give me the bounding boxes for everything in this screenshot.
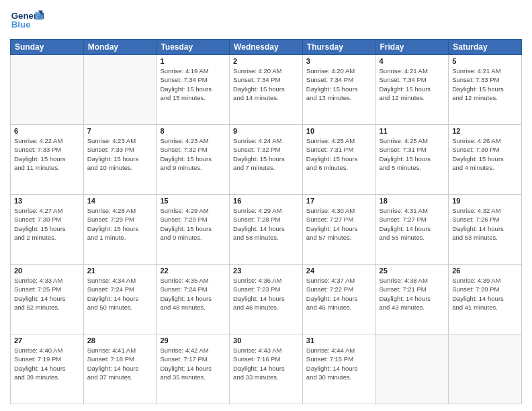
day-info: Sunrise: 4:38 AM Sunset: 7:21 PM Dayligh…: [380, 276, 445, 312]
day-cell: 5Sunrise: 4:21 AM Sunset: 7:33 PM Daylig…: [449, 55, 522, 125]
day-number: 10: [306, 127, 372, 135]
day-cell: 10Sunrise: 4:25 AM Sunset: 7:31 PM Dayli…: [302, 125, 375, 195]
logo-icon: General Blue: [10, 7, 44, 34]
day-cell: 27Sunrise: 4:40 AM Sunset: 7:19 PM Dayli…: [11, 334, 84, 404]
day-cell: 18Sunrise: 4:31 AM Sunset: 7:27 PM Dayli…: [375, 195, 449, 265]
day-number: 9: [233, 127, 299, 135]
day-info: Sunrise: 4:43 AM Sunset: 7:16 PM Dayligh…: [233, 346, 299, 381]
day-info: Sunrise: 4:34 AM Sunset: 7:24 PM Dayligh…: [87, 276, 153, 312]
day-cell: 11Sunrise: 4:25 AM Sunset: 7:31 PM Dayli…: [375, 125, 449, 195]
weekday-header-row: SundayMondayTuesdayWednesdayThursdayFrid…: [11, 40, 522, 55]
day-number: 12: [452, 127, 518, 135]
day-info: Sunrise: 4:30 AM Sunset: 7:27 PM Dayligh…: [306, 206, 372, 242]
day-cell: 4Sunrise: 4:21 AM Sunset: 7:34 PM Daylig…: [375, 55, 449, 125]
day-info: Sunrise: 4:35 AM Sunset: 7:24 PM Dayligh…: [160, 276, 226, 312]
page: General Blue SundayMondayTuesdayWednesda…: [0, 0, 532, 411]
day-cell: 31Sunrise: 4:44 AM Sunset: 7:15 PM Dayli…: [302, 334, 375, 404]
day-number: 7: [87, 127, 153, 135]
weekday-header-wednesday: Wednesday: [230, 40, 303, 55]
day-info: Sunrise: 4:32 AM Sunset: 7:26 PM Dayligh…: [452, 206, 518, 242]
day-cell: 19Sunrise: 4:32 AM Sunset: 7:26 PM Dayli…: [449, 195, 522, 265]
day-info: Sunrise: 4:36 AM Sunset: 7:23 PM Dayligh…: [233, 276, 299, 312]
weekday-header-monday: Monday: [83, 40, 157, 55]
day-number: 27: [14, 336, 80, 345]
day-info: Sunrise: 4:24 AM Sunset: 7:32 PM Dayligh…: [233, 136, 299, 172]
day-info: Sunrise: 4:22 AM Sunset: 7:33 PM Dayligh…: [14, 136, 80, 172]
day-number: 24: [306, 267, 372, 275]
week-row-1: 1Sunrise: 4:19 AM Sunset: 7:34 PM Daylig…: [11, 55, 522, 125]
day-cell: 30Sunrise: 4:43 AM Sunset: 7:16 PM Dayli…: [230, 334, 303, 404]
day-cell: 6Sunrise: 4:22 AM Sunset: 7:33 PM Daylig…: [11, 125, 84, 195]
day-cell: 3Sunrise: 4:20 AM Sunset: 7:34 PM Daylig…: [302, 55, 375, 125]
weekday-header-thursday: Thursday: [302, 40, 375, 55]
day-number: 22: [160, 267, 226, 275]
day-number: 8: [160, 127, 226, 135]
day-number: 31: [306, 336, 372, 345]
day-cell: 29Sunrise: 4:42 AM Sunset: 7:17 PM Dayli…: [157, 334, 230, 404]
day-cell: 20Sunrise: 4:33 AM Sunset: 7:25 PM Dayli…: [11, 265, 84, 334]
day-info: Sunrise: 4:39 AM Sunset: 7:20 PM Dayligh…: [452, 276, 518, 312]
day-number: 28: [87, 336, 153, 345]
day-number: 4: [380, 57, 445, 65]
day-number: 21: [87, 267, 153, 275]
day-info: Sunrise: 4:29 AM Sunset: 7:29 PM Dayligh…: [160, 206, 226, 242]
day-number: 6: [14, 127, 80, 135]
day-number: 15: [160, 197, 226, 205]
day-info: Sunrise: 4:23 AM Sunset: 7:33 PM Dayligh…: [87, 136, 153, 172]
weekday-header-friday: Friday: [375, 40, 449, 55]
day-cell: 22Sunrise: 4:35 AM Sunset: 7:24 PM Dayli…: [157, 265, 230, 334]
day-cell: [11, 55, 84, 125]
day-cell: 13Sunrise: 4:27 AM Sunset: 7:30 PM Dayli…: [11, 195, 84, 265]
day-number: 26: [452, 267, 518, 275]
day-cell: 9Sunrise: 4:24 AM Sunset: 7:32 PM Daylig…: [230, 125, 303, 195]
day-cell: 24Sunrise: 4:37 AM Sunset: 7:22 PM Dayli…: [302, 265, 375, 334]
day-number: 14: [87, 197, 153, 205]
day-cell: 2Sunrise: 4:20 AM Sunset: 7:34 PM Daylig…: [230, 55, 303, 125]
day-info: Sunrise: 4:21 AM Sunset: 7:34 PM Dayligh…: [380, 66, 445, 102]
day-cell: [83, 55, 157, 125]
day-info: Sunrise: 4:44 AM Sunset: 7:15 PM Dayligh…: [306, 346, 372, 381]
day-number: 2: [233, 57, 299, 65]
day-cell: 16Sunrise: 4:29 AM Sunset: 7:28 PM Dayli…: [230, 195, 303, 265]
day-number: 5: [452, 57, 518, 65]
weekday-header-sunday: Sunday: [11, 40, 84, 55]
day-cell: 17Sunrise: 4:30 AM Sunset: 7:27 PM Dayli…: [302, 195, 375, 265]
day-info: Sunrise: 4:26 AM Sunset: 7:30 PM Dayligh…: [452, 136, 518, 172]
week-row-2: 6Sunrise: 4:22 AM Sunset: 7:33 PM Daylig…: [11, 125, 522, 195]
day-number: 11: [380, 127, 445, 135]
day-number: 20: [14, 267, 80, 275]
day-number: 16: [233, 197, 299, 205]
day-cell: 28Sunrise: 4:41 AM Sunset: 7:18 PM Dayli…: [83, 334, 157, 404]
week-row-5: 27Sunrise: 4:40 AM Sunset: 7:19 PM Dayli…: [11, 334, 522, 404]
day-cell: 1Sunrise: 4:19 AM Sunset: 7:34 PM Daylig…: [157, 55, 230, 125]
day-info: Sunrise: 4:20 AM Sunset: 7:34 PM Dayligh…: [233, 66, 299, 102]
svg-text:Blue: Blue: [11, 19, 31, 30]
logo: General Blue: [10, 7, 44, 34]
day-cell: [449, 334, 522, 404]
day-number: 29: [160, 336, 226, 345]
day-info: Sunrise: 4:28 AM Sunset: 7:29 PM Dayligh…: [87, 206, 153, 242]
week-row-3: 13Sunrise: 4:27 AM Sunset: 7:30 PM Dayli…: [11, 195, 522, 265]
day-info: Sunrise: 4:25 AM Sunset: 7:31 PM Dayligh…: [306, 136, 372, 172]
day-number: 30: [233, 336, 299, 345]
day-cell: 14Sunrise: 4:28 AM Sunset: 7:29 PM Dayli…: [83, 195, 157, 265]
day-info: Sunrise: 4:19 AM Sunset: 7:34 PM Dayligh…: [160, 66, 226, 102]
day-info: Sunrise: 4:23 AM Sunset: 7:32 PM Dayligh…: [160, 136, 226, 172]
day-info: Sunrise: 4:21 AM Sunset: 7:33 PM Dayligh…: [452, 66, 518, 102]
day-info: Sunrise: 4:42 AM Sunset: 7:17 PM Dayligh…: [160, 346, 226, 381]
day-number: 25: [380, 267, 445, 275]
day-number: 18: [380, 197, 445, 205]
day-cell: 21Sunrise: 4:34 AM Sunset: 7:24 PM Dayli…: [83, 265, 157, 334]
day-info: Sunrise: 4:41 AM Sunset: 7:18 PM Dayligh…: [87, 346, 153, 381]
week-row-4: 20Sunrise: 4:33 AM Sunset: 7:25 PM Dayli…: [11, 265, 522, 334]
day-number: 3: [306, 57, 372, 65]
day-info: Sunrise: 4:37 AM Sunset: 7:22 PM Dayligh…: [306, 276, 372, 312]
day-info: Sunrise: 4:33 AM Sunset: 7:25 PM Dayligh…: [14, 276, 80, 312]
day-info: Sunrise: 4:27 AM Sunset: 7:30 PM Dayligh…: [14, 206, 80, 242]
calendar-table: SundayMondayTuesdayWednesdayThursdayFrid…: [10, 39, 522, 404]
header: General Blue: [10, 7, 522, 34]
weekday-header-tuesday: Tuesday: [157, 40, 230, 55]
day-cell: 7Sunrise: 4:23 AM Sunset: 7:33 PM Daylig…: [83, 125, 157, 195]
day-cell: 25Sunrise: 4:38 AM Sunset: 7:21 PM Dayli…: [375, 265, 449, 334]
day-number: 1: [160, 57, 226, 65]
